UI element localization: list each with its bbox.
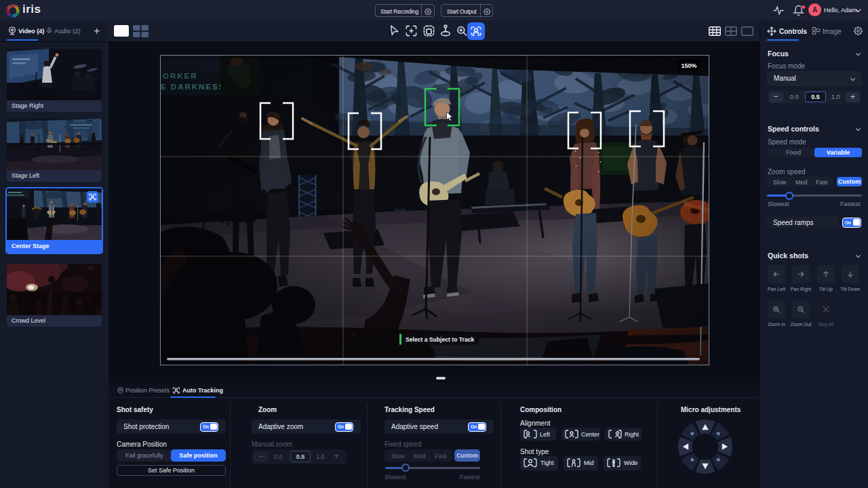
svg-text:Select a Subject to Track: Select a Subject to Track: [406, 336, 474, 343]
svg-text:150%: 150%: [681, 62, 696, 69]
